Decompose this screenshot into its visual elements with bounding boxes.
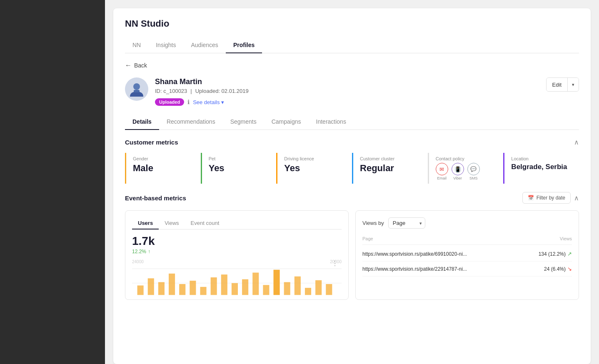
avatar bbox=[125, 77, 148, 101]
svg-rect-21 bbox=[315, 280, 322, 295]
calendar-icon: 📅 bbox=[528, 195, 534, 201]
metric-contact-policy: Contact policy ✉ Email 📳 Vibe bbox=[428, 153, 504, 184]
chart-menu-icon[interactable]: ⋮ bbox=[332, 259, 338, 267]
tab-interactions[interactable]: Interactions bbox=[309, 114, 354, 130]
chart-tabs: Users Views Event count bbox=[132, 217, 342, 229]
tab-audiences[interactable]: Audiences bbox=[183, 37, 225, 53]
metric-location-value: Belgrade, Serbia bbox=[511, 163, 572, 171]
profile-info: Shana Martin ID: c_100023 | Uploaded: 02… bbox=[155, 77, 249, 106]
metrics-header: Customer metrics ∧ bbox=[125, 138, 579, 146]
metric-pet-value: Yes bbox=[209, 163, 270, 174]
svg-rect-10 bbox=[200, 287, 206, 295]
svg-rect-18 bbox=[284, 282, 290, 295]
metric-contact-label: Contact policy bbox=[436, 156, 497, 161]
sms-icon-label: SMS bbox=[469, 176, 478, 180]
chart-big-number: 1.7k bbox=[132, 234, 342, 248]
views-by-label: Views by bbox=[362, 220, 384, 226]
svg-rect-14 bbox=[242, 279, 248, 295]
email-icon-label: Email bbox=[437, 176, 447, 180]
table-row: https://www.sportvision.rs/patike/699100… bbox=[362, 247, 572, 262]
back-button[interactable]: ← Back bbox=[125, 62, 147, 69]
svg-rect-20 bbox=[305, 288, 311, 295]
viber-icon: 📳 bbox=[452, 163, 464, 175]
edit-button[interactable]: Edit ▾ bbox=[546, 77, 579, 92]
metric-driving-value: Yes bbox=[284, 163, 345, 174]
svg-rect-15 bbox=[252, 273, 259, 295]
meta-separator: | bbox=[190, 88, 192, 94]
sidebar bbox=[0, 0, 105, 364]
metric-location: Location Belgrade, Serbia bbox=[503, 153, 579, 184]
svg-rect-17 bbox=[274, 270, 280, 295]
svg-rect-4 bbox=[137, 285, 144, 295]
event-based-title: Event-based metrics bbox=[125, 194, 186, 202]
tab-nn[interactable]: NN bbox=[125, 37, 148, 53]
svg-rect-16 bbox=[263, 285, 269, 295]
row2-url: https://www.sportvision.rs/patike/229147… bbox=[362, 266, 544, 272]
metric-gender-value: Male bbox=[133, 163, 194, 174]
chart-tab-users[interactable]: Users bbox=[132, 217, 159, 229]
tab-segments[interactable]: Segments bbox=[223, 114, 264, 130]
svg-rect-22 bbox=[326, 284, 332, 295]
views-by-select[interactable]: Page Device Channel bbox=[388, 217, 425, 229]
see-details-button[interactable]: See details ▾ bbox=[193, 99, 224, 105]
profile-id: ID: c_100023 bbox=[155, 88, 187, 94]
row1-url: https://www.sportvision.rs/patike/699100… bbox=[362, 251, 539, 257]
customer-metrics-section: Customer metrics ∧ Gender Male Pet Yes D… bbox=[125, 138, 579, 184]
profile-left: Shana Martin ID: c_100023 | Uploaded: 02… bbox=[125, 77, 249, 106]
customer-metrics-collapse-button[interactable]: ∧ bbox=[574, 138, 579, 146]
metric-location-label: Location bbox=[511, 156, 572, 161]
row1-views-value: 134 (12.2%) bbox=[539, 251, 566, 257]
svg-rect-12 bbox=[221, 274, 227, 295]
event-based-collapse-button[interactable]: ∧ bbox=[574, 194, 579, 202]
main-area: NN Studio NN Insights Audiences Profiles… bbox=[105, 0, 599, 364]
metric-driving-label: Driving licence bbox=[284, 156, 345, 161]
tab-profiles[interactable]: Profiles bbox=[226, 37, 262, 53]
contact-icon-email: ✉ Email bbox=[436, 163, 448, 180]
chart-change-value: 12.2% bbox=[132, 249, 146, 254]
see-details-chevron-icon: ▾ bbox=[221, 99, 224, 105]
views-by-select-wrap: Page Device Channel bbox=[388, 217, 425, 229]
col-views-header: Views bbox=[560, 236, 572, 241]
svg-rect-11 bbox=[211, 277, 217, 295]
svg-rect-1 bbox=[134, 90, 140, 92]
svg-rect-8 bbox=[179, 284, 185, 295]
back-arrow-icon: ← bbox=[125, 62, 132, 69]
avatar-image bbox=[128, 81, 145, 97]
metric-cluster-label: Customer cluster bbox=[360, 156, 421, 161]
metric-cluster-value: Regular bbox=[360, 163, 421, 174]
trend-up-icon: ↑ bbox=[148, 249, 150, 254]
row2-views: 24 (6.4%) ↘ bbox=[544, 266, 572, 272]
filter-date-label: Filter by date bbox=[537, 195, 565, 201]
tab-insights[interactable]: Insights bbox=[148, 37, 183, 53]
views-table: Page Views https://www.sportvision.rs/pa… bbox=[362, 234, 572, 277]
two-col-charts: Users Views Event count 1.7k 12.2% ↑ ⋮ 2… bbox=[125, 210, 579, 300]
metric-pet: Pet Yes bbox=[201, 153, 277, 184]
customer-metrics-title: Customer metrics bbox=[125, 139, 178, 146]
svg-rect-9 bbox=[190, 281, 196, 295]
col-page-header: Page bbox=[362, 236, 373, 241]
edit-chevron-icon[interactable]: ▾ bbox=[567, 78, 579, 91]
table-row: https://www.sportvision.rs/patike/229147… bbox=[362, 262, 572, 277]
metric-customer-cluster: Customer cluster Regular bbox=[352, 153, 428, 184]
badge-uploaded: Uploaded bbox=[155, 98, 184, 106]
chart-tab-event-count[interactable]: Event count bbox=[185, 217, 225, 229]
contact-icon-viber: 📳 Viber bbox=[452, 163, 464, 180]
event-controls: 📅 Filter by date ∧ bbox=[522, 192, 579, 204]
nav-tabs: NN Insights Audiences Profiles bbox=[125, 37, 579, 53]
edit-label[interactable]: Edit bbox=[547, 78, 567, 91]
filter-date-button[interactable]: 📅 Filter by date bbox=[522, 192, 571, 204]
chart-tab-views[interactable]: Views bbox=[159, 217, 185, 229]
email-icon: ✉ bbox=[436, 163, 448, 175]
tab-campaigns[interactable]: Campaigns bbox=[264, 114, 309, 130]
tab-recommendations[interactable]: Recommendations bbox=[159, 114, 223, 130]
row1-views: 134 (12.2%) ↗ bbox=[539, 251, 572, 257]
section-tabs: Details Recommendations Segments Campaig… bbox=[125, 114, 579, 130]
metric-gender-label: Gender bbox=[133, 156, 194, 161]
contact-icon-sms: 💬 SMS bbox=[467, 163, 480, 180]
views-table-header: Page Views bbox=[362, 234, 572, 245]
svg-rect-13 bbox=[232, 283, 238, 295]
info-icon[interactable]: ℹ bbox=[187, 99, 190, 105]
svg-rect-5 bbox=[148, 278, 154, 295]
tab-details[interactable]: Details bbox=[125, 114, 159, 130]
row2-trend-down-icon: ↘ bbox=[567, 266, 572, 272]
